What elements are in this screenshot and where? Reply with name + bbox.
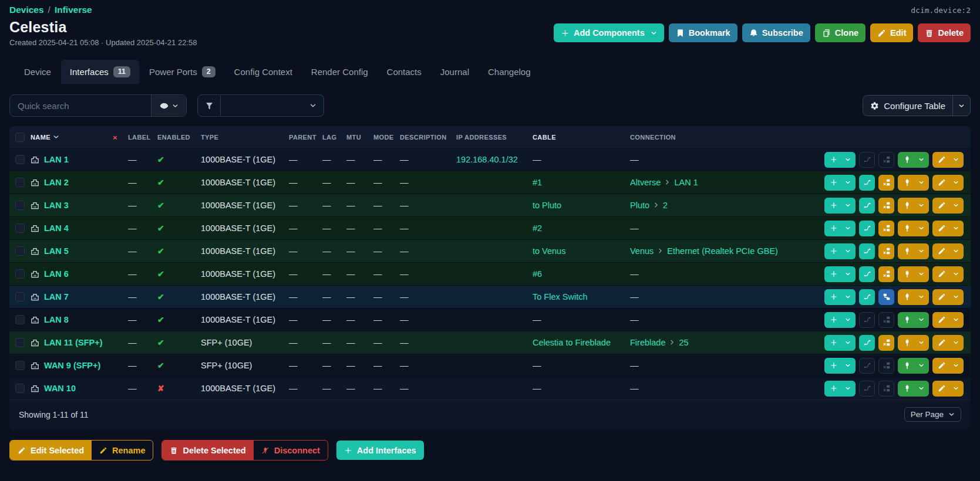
cable-status-button[interactable] [878, 266, 894, 282]
row-edit-button[interactable] [932, 335, 964, 351]
row-add-ip-button[interactable] [824, 175, 856, 191]
interface-name-link[interactable]: LAN 6 [44, 269, 69, 279]
row-edit-button[interactable] [932, 266, 964, 282]
edit-selected-button[interactable]: Edit Selected [10, 441, 92, 460]
row-add-ip-button[interactable] [824, 312, 856, 328]
cable-status-button[interactable] [878, 152, 894, 168]
tab-power-ports[interactable]: Power Ports2 [140, 60, 224, 84]
interface-name-link[interactable]: LAN 8 [44, 315, 69, 324]
delete-button[interactable]: Delete [918, 23, 971, 42]
search-options-button[interactable] [151, 95, 186, 116]
trace-cable-button[interactable] [859, 335, 875, 351]
connect-cable-button[interactable] [898, 221, 929, 236]
column-header-enabled[interactable]: ENABLED [157, 134, 201, 141]
connect-cable-button[interactable] [898, 381, 929, 397]
trace-cable-button[interactable] [859, 381, 875, 397]
cable-status-button[interactable] [878, 381, 894, 397]
row-add-ip-button[interactable] [824, 289, 856, 305]
connect-cable-button[interactable] [898, 175, 929, 191]
row-checkbox[interactable] [15, 361, 25, 370]
delete-selected-button[interactable]: Delete Selected [162, 441, 253, 460]
clone-button[interactable]: Clone [815, 23, 866, 42]
trace-cable-button[interactable] [859, 175, 875, 191]
interface-name-link[interactable]: LAN 5 [44, 246, 69, 256]
interface-name-link[interactable]: LAN 4 [44, 223, 69, 233]
search-input[interactable] [10, 95, 151, 116]
cable-status-button[interactable] [878, 175, 894, 191]
cable-link[interactable]: #6 [533, 269, 542, 279]
connection-port-link[interactable]: LAN 1 [674, 178, 698, 187]
cable-status-button[interactable] [878, 312, 894, 328]
configure-table-button[interactable]: Configure Table [863, 95, 971, 116]
row-add-ip-button[interactable] [824, 358, 856, 374]
interface-name-link[interactable]: WAN 9 (SFP+) [44, 361, 100, 370]
trace-cable-button[interactable] [859, 289, 875, 305]
filter-button[interactable] [197, 94, 221, 117]
cable-link[interactable]: to Venus [533, 246, 565, 256]
row-add-ip-button[interactable] [824, 221, 856, 236]
connect-cable-button[interactable] [898, 335, 929, 351]
configure-table-dropdown[interactable] [952, 96, 970, 116]
cable-status-button[interactable] [878, 358, 894, 374]
add-interfaces-button[interactable]: Add Interfaces [336, 441, 424, 460]
row-edit-button[interactable] [932, 312, 964, 328]
column-header-connection[interactable]: CONNECTION [630, 134, 804, 141]
add-components-button[interactable]: Add Components [554, 23, 664, 42]
interface-name-link[interactable]: LAN 2 [44, 178, 69, 187]
trace-cable-button[interactable] [859, 358, 875, 374]
connection-device-link[interactable]: Altverse [630, 178, 661, 187]
connection-port-link[interactable]: 2 [663, 201, 668, 210]
bookmark-button[interactable]: Bookmark [669, 23, 737, 42]
interface-name-link[interactable]: LAN 3 [44, 201, 69, 210]
row-checkbox[interactable] [15, 315, 25, 324]
row-checkbox[interactable] [15, 178, 25, 187]
cable-link[interactable]: #2 [533, 223, 542, 233]
tab-interfaces[interactable]: Interfaces11 [61, 60, 139, 84]
column-header-lag[interactable]: LAG [322, 134, 346, 141]
rename-button[interactable]: Rename [92, 441, 153, 460]
ip-address-link[interactable]: 192.168.40.1/32 [456, 155, 518, 164]
row-checkbox[interactable] [15, 338, 25, 347]
row-checkbox[interactable] [15, 155, 25, 164]
per-page-select[interactable]: Per Page [904, 407, 961, 422]
row-checkbox[interactable] [15, 246, 25, 256]
row-edit-button[interactable] [932, 289, 964, 305]
connection-port-link[interactable]: 25 [679, 338, 688, 347]
row-edit-button[interactable] [932, 198, 964, 214]
trace-cable-button[interactable] [859, 266, 875, 282]
column-header-cable[interactable]: CABLE [533, 134, 630, 141]
column-header-type[interactable]: TYPE [201, 134, 289, 141]
row-edit-button[interactable] [932, 152, 964, 168]
row-checkbox[interactable] [15, 384, 25, 393]
cable-link[interactable]: #1 [533, 178, 542, 187]
trace-cable-button[interactable] [859, 312, 875, 328]
cable-status-button[interactable] [878, 335, 894, 351]
tab-journal[interactable]: Journal [432, 60, 478, 84]
tab-changelog[interactable]: Changelog [479, 60, 540, 84]
connect-cable-button[interactable] [898, 289, 929, 305]
cable-status-button[interactable] [878, 243, 894, 259]
connect-cable-button[interactable] [898, 198, 929, 214]
breadcrumb-devices-link[interactable]: Devices [9, 5, 44, 15]
connection-device-link[interactable]: Venus [630, 246, 654, 256]
connect-cable-button[interactable] [898, 312, 929, 328]
connection-port-link[interactable]: Ethernet (Realtek PCIe GBE) [667, 246, 778, 256]
row-edit-button[interactable] [932, 221, 964, 236]
row-add-ip-button[interactable] [824, 381, 856, 397]
column-header-mode[interactable]: MODE [373, 134, 400, 141]
disconnect-button[interactable]: Disconnect [254, 441, 328, 460]
row-edit-button[interactable] [932, 358, 964, 374]
row-add-ip-button[interactable] [824, 198, 856, 214]
interface-name-link[interactable]: LAN 1 [44, 155, 69, 164]
connect-cable-button[interactable] [898, 152, 929, 168]
tab-render-config[interactable]: Render Config [302, 60, 377, 84]
column-header-ip-addresses[interactable]: IP ADDRESSES [456, 134, 533, 141]
interface-name-link[interactable]: WAN 10 [44, 384, 76, 393]
configure-table-main[interactable]: Configure Table [863, 96, 952, 116]
edit-button[interactable]: Edit [870, 23, 913, 42]
trace-cable-button[interactable] [859, 152, 875, 168]
filter-select[interactable] [221, 94, 324, 117]
cable-status-button[interactable] [878, 289, 894, 305]
cable-link[interactable]: to Pluto [533, 201, 561, 210]
clear-sort-button[interactable]: × [113, 133, 117, 142]
